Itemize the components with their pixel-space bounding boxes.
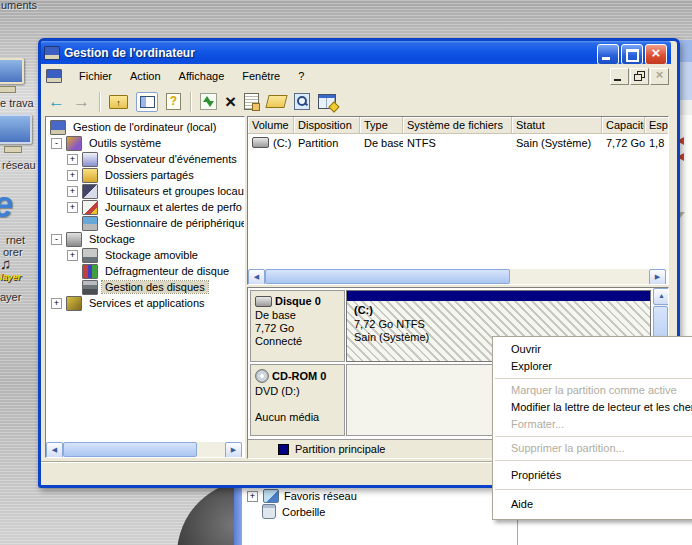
tree-item-services[interactable]: + Services et applications — [46, 295, 244, 311]
collapse-icon[interactable]: - — [51, 234, 62, 245]
cdrom-media: Aucun média — [255, 411, 344, 424]
column-header-disposition[interactable]: Disposition — [294, 117, 360, 134]
child-restore-button[interactable] — [630, 68, 649, 85]
scrollbar-thumb[interactable] — [265, 269, 510, 284]
scroll-left-icon[interactable] — [248, 269, 265, 285]
menu-item-proprietes[interactable]: Propriétés — [493, 464, 692, 486]
menu-item-ouvrir[interactable]: Ouvrir — [493, 341, 692, 358]
network-places-label: réseau — [2, 159, 36, 171]
maximize-button[interactable] — [621, 44, 643, 65]
partition-label: (C:) — [354, 304, 373, 316]
network-places-icon[interactable] — [0, 114, 32, 153]
column-header-capacite[interactable]: Capacité — [602, 117, 645, 134]
primary-partition-color-swatch — [278, 444, 289, 455]
scroll-track[interactable] — [197, 442, 225, 457]
toolbar-separator — [99, 92, 100, 112]
menu-fenetre[interactable]: Fenêtre — [233, 68, 289, 84]
back-icon[interactable] — [48, 92, 65, 112]
minimize-button[interactable] — [597, 44, 619, 65]
media-player-icon[interactable]: ♫ layer — [0, 255, 21, 282]
column-header-volume[interactable]: Volume — [248, 117, 294, 134]
find-icon[interactable] — [294, 93, 310, 110]
child-minimize-button[interactable] — [610, 68, 629, 85]
list-horizontal-scrollbar[interactable] — [248, 269, 666, 284]
cdrom-info-cell[interactable]: CD-ROM 0 DVD (D:) Aucun média — [250, 364, 345, 436]
music-note-glyph: ♫ — [0, 255, 11, 272]
menu-fichier[interactable]: Fichier — [70, 68, 121, 84]
volume-row-c[interactable]: (C:) Partition De base NTFS Sain (Systèm… — [248, 134, 668, 151]
removable-storage-icon — [82, 248, 98, 263]
disk-settings-icon[interactable] — [318, 94, 336, 109]
properties-icon[interactable] — [244, 93, 259, 110]
system-tools-icon — [66, 136, 82, 151]
delete-icon[interactable] — [225, 93, 236, 111]
expand-icon[interactable]: + — [67, 154, 78, 165]
disk0-info-cell[interactable]: Disque 0 De base 7,72 Go Connecté — [250, 290, 345, 362]
player-wordmark: layer — [0, 272, 21, 282]
scroll-left-icon[interactable] — [46, 442, 63, 458]
internet-explorer-icon[interactable]: e — [0, 184, 13, 226]
expand-icon[interactable]: + — [51, 298, 62, 309]
tree-item-root[interactable]: Gestion de l'ordinateur (local) — [46, 119, 244, 135]
fs-cell: NTFS — [403, 137, 512, 149]
disk0-type: De base — [255, 309, 344, 322]
column-header-statut[interactable]: Statut — [512, 117, 602, 134]
close-button[interactable] — [645, 44, 667, 65]
expand-icon[interactable]: + — [67, 186, 78, 197]
menu-affichage[interactable]: Affichage — [170, 68, 234, 84]
column-header-esp[interactable]: Esp — [645, 117, 669, 134]
partition-type-stripe — [347, 291, 650, 301]
partition-size: 7,72 Go NTFS — [354, 318, 425, 330]
expand-icon[interactable]: + — [67, 202, 78, 213]
collapse-icon[interactable]: - — [51, 138, 62, 149]
menu-item-aide[interactable]: Aide — [493, 493, 692, 515]
tree-item-stockage[interactable]: - Stockage — [46, 231, 244, 247]
type-cell: De base — [360, 137, 403, 149]
menu-separator — [495, 460, 692, 461]
menu-action[interactable]: Action — [121, 68, 170, 84]
scrollbar-thumb[interactable] — [63, 442, 197, 457]
tree-item-label: Gestionnaire de périphérique — [102, 217, 245, 229]
tree-item-journaux[interactable]: + Journaux et alertes de perfo — [46, 199, 244, 215]
column-header-fs[interactable]: Système de fichiers — [403, 117, 512, 134]
tree-item-utilisateurs[interactable]: + Utilisateurs et groupes locaux — [46, 183, 244, 199]
help-icon[interactable] — [166, 93, 181, 110]
column-header-type[interactable]: Type — [360, 117, 403, 134]
internet-explorer-label-line1: rnet — [6, 234, 25, 246]
tree-item-label: Stockage amovible — [102, 249, 201, 261]
up-one-level-icon[interactable] — [109, 95, 128, 109]
my-computer-label: e trava — [0, 97, 34, 109]
menu-item-modifier-lettre[interactable]: Modifier la lettre de lecteur et les che… — [493, 399, 692, 416]
tree-item-gestion-des-disques[interactable]: Gestion des disques — [46, 279, 244, 295]
network-monitor-glyph — [0, 114, 32, 144]
expand-icon[interactable]: + — [67, 170, 78, 181]
open-folder-icon[interactable] — [265, 95, 287, 108]
expand-icon[interactable]: + — [67, 250, 78, 261]
tree-item-label: Gestion de l'ordinateur (local) — [70, 121, 219, 133]
tree-item-corbeille[interactable]: Corbeille — [261, 504, 325, 519]
tree-item-outils-systeme[interactable]: - Outils système — [46, 135, 244, 151]
tree-item-defragmenteur[interactable]: Défragmenteur de disque — [46, 263, 244, 279]
tree-item-gestionnaire-peripheriques[interactable]: Gestionnaire de périphérique — [46, 215, 244, 231]
tree-item-favoris-reseau[interactable]: + Favoris réseau — [247, 489, 357, 503]
tree-horizontal-scrollbar[interactable] — [46, 442, 242, 457]
tree-item-stockage-amovible[interactable]: + Stockage amovible — [46, 247, 244, 263]
title-bar[interactable]: Gestion de l'ordinateur — [41, 41, 671, 64]
scroll-up-icon[interactable] — [653, 288, 669, 305]
menu-aide[interactable]: ? — [289, 68, 313, 84]
refresh-icon[interactable] — [200, 93, 217, 110]
cd-rom-icon — [255, 369, 269, 383]
computer-icon — [50, 120, 66, 135]
esp-cell: 1,8 — [645, 137, 669, 149]
tree-item-label: Services et applications — [86, 297, 208, 309]
expander-plus-icon[interactable]: + — [247, 491, 258, 502]
scroll-right-icon[interactable] — [649, 269, 666, 285]
tree-item-observateur[interactable]: + Observateur d'événements — [46, 151, 244, 167]
menu-item-explorer[interactable]: Explorer — [493, 358, 692, 375]
scroll-right-icon[interactable] — [225, 442, 242, 458]
volume-list-header: Volume Disposition Type Système de fichi… — [248, 117, 668, 134]
tree-item-dossiers-partages[interactable]: + Dossiers partagés — [46, 167, 244, 183]
my-computer-icon[interactable] — [0, 58, 24, 93]
show-console-tree-icon[interactable] — [136, 92, 158, 112]
scroll-track[interactable] — [510, 269, 649, 284]
